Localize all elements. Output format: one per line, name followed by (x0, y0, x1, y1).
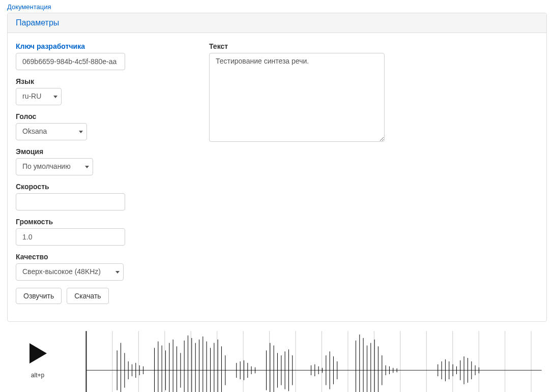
volume-label: Громкость (16, 218, 189, 226)
waveform-area: alt+p 0.000.100.200.300.400.500.600.700.… (7, 329, 547, 392)
waveform-display[interactable]: 0.000.100.200.300.400.500.600.700.800.90… (78, 329, 547, 392)
language-label: Язык (16, 77, 189, 85)
quality-label: Качество (16, 253, 189, 261)
api-key-label[interactable]: Ключ разработчика (16, 42, 189, 50)
language-select[interactable]: ru-RU (16, 88, 62, 105)
synthesize-button[interactable]: Озвучить (16, 288, 62, 304)
play-icon (26, 342, 49, 365)
text-input[interactable] (209, 53, 385, 142)
quality-select[interactable]: Сверх-высокое (48KHz) (16, 263, 124, 281)
api-key-input[interactable] (16, 53, 125, 70)
waveform-path (88, 335, 532, 392)
play-button[interactable] (26, 342, 49, 365)
documentation-link[interactable]: Документация (7, 3, 51, 11)
emotion-label: Эмоция (16, 147, 189, 156)
parameters-panel: Параметры Ключ разработчика Язык ru-RU Г… (7, 13, 547, 322)
svg-marker-0 (30, 343, 47, 364)
voice-select[interactable]: Oksana (16, 123, 87, 140)
panel-title: Параметры (8, 13, 546, 33)
voice-label: Голос (16, 112, 189, 120)
speed-label: Скорость (16, 183, 189, 191)
speed-input[interactable] (16, 193, 125, 210)
volume-input[interactable] (16, 228, 125, 246)
text-label: Текст (209, 42, 538, 50)
emotion-select[interactable]: По умолчанию (16, 158, 93, 175)
play-hotkey-label: alt+p (31, 372, 44, 379)
download-button[interactable]: Скачать (67, 288, 109, 304)
